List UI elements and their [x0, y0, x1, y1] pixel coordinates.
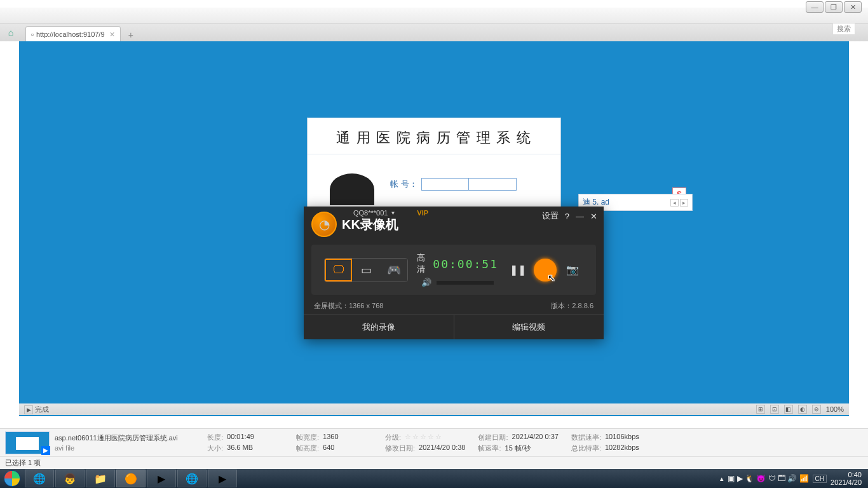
window-maximize-button[interactable]: ❐: [825, 1, 843, 13]
fps-label: 帧速率:: [478, 444, 501, 453]
tab-close-icon[interactable]: ×: [110, 29, 115, 39]
browser-title-bar: [0, 8, 868, 24]
recorder-version-info: 版本：2.8.8.6: [551, 301, 593, 311]
created-value: 2021/4/20 0:37: [512, 433, 559, 442]
fullscreen-mode-button[interactable]: 🖵: [325, 259, 352, 281]
home-icon[interactable]: ⌂: [4, 26, 18, 39]
status-done: 完成: [35, 405, 49, 413]
region-mode-button[interactable]: ▭: [352, 259, 379, 281]
login-panel: 通 用 医 院 病 历 管 理 系 统 帐 号：: [307, 118, 561, 219]
size-label: 大小:: [207, 444, 223, 453]
fps-value: 15 帧/秒: [505, 444, 531, 453]
explorer-details-pane: asp.net06011通用医院病历管理系统.avi avi file 长度:0…: [0, 428, 868, 456]
modified-label: 修改日期:: [385, 444, 415, 453]
bitrate-label: 总比特率:: [571, 444, 601, 453]
status-icon[interactable]: ⊞: [756, 405, 765, 414]
size-value: 36.6 MB: [227, 444, 253, 453]
created-label: 创建日期:: [478, 433, 508, 442]
capture-mode-group: 🖵 ▭ 🎮: [324, 258, 408, 282]
browser-search-box[interactable]: 搜索: [832, 23, 855, 35]
edit-video-button[interactable]: 编辑视频: [454, 315, 604, 339]
browser-tab[interactable]: ▫ http://localhost:9107/9 ×: [25, 26, 121, 41]
zoom-level: 100%: [826, 405, 844, 413]
page-icon: ▫: [31, 30, 34, 38]
taskbar: 🌐 👦 📁 🟠 ▶ 🌐 ▶ ▴ ▣ ▶ 🐧 😈 🛡 🗔 🔊 📶 CH 0:40 …: [0, 469, 868, 488]
zoom-out-icon[interactable]: ⊖: [812, 405, 821, 414]
recorder-user[interactable]: QQ8***001: [353, 209, 388, 217]
frame-height-label: 帧高度:: [296, 444, 319, 453]
page-content: 通 用 医 院 病 历 管 理 系 统 帐 号： S 迪 5. ad ◂ ▸ ◔…: [19, 41, 849, 416]
pause-button[interactable]: ❚❚: [507, 259, 529, 281]
explorer-status-bar: 已选择 1 项: [0, 456, 868, 469]
status-icon[interactable]: ◧: [784, 405, 793, 414]
volume-icon[interactable]: 🔊: [421, 278, 431, 287]
recorder-close-button[interactable]: ✕: [590, 212, 597, 221]
taskbar-item[interactable]: ▶: [208, 470, 237, 487]
file-thumbnail[interactable]: [5, 431, 50, 454]
recorder-mode-info: 全屏模式：868 x 488: [314, 301, 383, 311]
screen-recorder-window: ◔ KK 录像机 QQ8***001 ▼ VIP 设置 ? — ✕ 🖵 ▭ 🎮: [304, 207, 604, 339]
record-stop-button[interactable]: ↖: [534, 259, 557, 281]
recorder-title-cn: 录像机: [360, 216, 398, 233]
monitor-icon: 🖵: [333, 263, 344, 276]
quality-label[interactable]: 高清: [417, 252, 425, 275]
gamepad-icon: 🎮: [387, 263, 401, 277]
ime-next-icon[interactable]: ▸: [680, 199, 688, 207]
rating-stars[interactable]: ☆☆☆☆☆: [405, 433, 443, 442]
system-tray: ▴ ▣ ▶ 🐧 😈 🛡 🗔 🔊 📶 CH 0:40 2021/4/20: [716, 471, 868, 486]
browser-tab-bar: ⌂ ▫ http://localhost:9107/9 × +: [0, 24, 868, 41]
volume-slider[interactable]: [437, 281, 494, 285]
datarate-value: 10106kbps: [605, 433, 639, 442]
frame-width-label: 帧宽度:: [296, 433, 319, 442]
length-value: 00:01:49: [227, 433, 254, 442]
new-tab-button[interactable]: +: [125, 29, 137, 41]
recording-timer: 00:00:51: [433, 257, 498, 271]
window-close-button[interactable]: ✕: [844, 1, 862, 13]
bitrate-value: 10282kbps: [605, 444, 639, 453]
language-indicator[interactable]: CH: [813, 475, 827, 483]
taskbar-item[interactable]: 🟠: [116, 470, 146, 487]
my-recordings-button[interactable]: 我的录像: [304, 315, 454, 339]
cursor-icon: ↖: [548, 273, 555, 283]
game-mode-button[interactable]: 🎮: [380, 259, 407, 281]
account-input[interactable]: [421, 178, 517, 191]
taskbar-item[interactable]: 🌐: [25, 470, 54, 487]
taskbar-item[interactable]: ▶: [147, 470, 176, 487]
ime-prev-icon[interactable]: ◂: [670, 199, 679, 207]
player-status-bar: ▶ 完成 ⊞ ⊡ ◧ ◐ ⊖ 100%: [19, 403, 849, 415]
taskbar-item[interactable]: 🌐: [177, 470, 207, 487]
recorder-title-en: KK: [342, 217, 360, 232]
start-button[interactable]: [0, 469, 24, 488]
modified-value: 2021/4/20 0:38: [419, 444, 465, 453]
taskbar-item[interactable]: 👦: [55, 470, 85, 487]
region-icon: ▭: [361, 263, 372, 277]
frame-height-value: 640: [323, 444, 334, 453]
frame-width-value: 1360: [323, 433, 338, 442]
file-type: avi file: [55, 444, 74, 452]
file-name: asp.net06011通用医院病历管理系统.avi: [55, 433, 178, 443]
tray-icons[interactable]: ▣ ▶ 🐧 😈 🛡 🗔 🔊 📶: [728, 474, 808, 483]
screenshot-button[interactable]: 📷: [562, 259, 583, 281]
taskbar-clock[interactable]: 0:40 2021/4/20: [831, 471, 864, 486]
account-label: 帐 号：: [390, 179, 417, 190]
length-label: 长度:: [207, 433, 223, 442]
rating-label: 分级:: [385, 433, 401, 442]
recorder-minimize-button[interactable]: —: [576, 212, 584, 221]
vip-badge: VIP: [417, 209, 428, 217]
dropdown-icon[interactable]: ▼: [390, 210, 395, 216]
login-title: 通 用 医 院 病 历 管 理 系 统: [308, 125, 560, 154]
tray-expand-icon[interactable]: ▴: [720, 475, 724, 483]
datarate-label: 数据速率:: [571, 433, 601, 442]
window-minimize-button[interactable]: —: [806, 1, 824, 13]
recorder-logo-icon: ◔: [311, 212, 337, 237]
recorder-help-button[interactable]: ?: [565, 212, 569, 221]
window-controls: — ❐ ✕: [806, 1, 862, 13]
tab-url-text: http://localhost:9107/9: [36, 30, 105, 38]
status-icon[interactable]: ⊡: [770, 405, 779, 414]
status-icon[interactable]: ◐: [798, 405, 807, 414]
play-icon[interactable]: ▶: [24, 405, 33, 414]
recorder-settings-button[interactable]: 设置: [542, 210, 559, 222]
login-avatar: [320, 161, 384, 212]
taskbar-item[interactable]: 📁: [86, 470, 115, 487]
